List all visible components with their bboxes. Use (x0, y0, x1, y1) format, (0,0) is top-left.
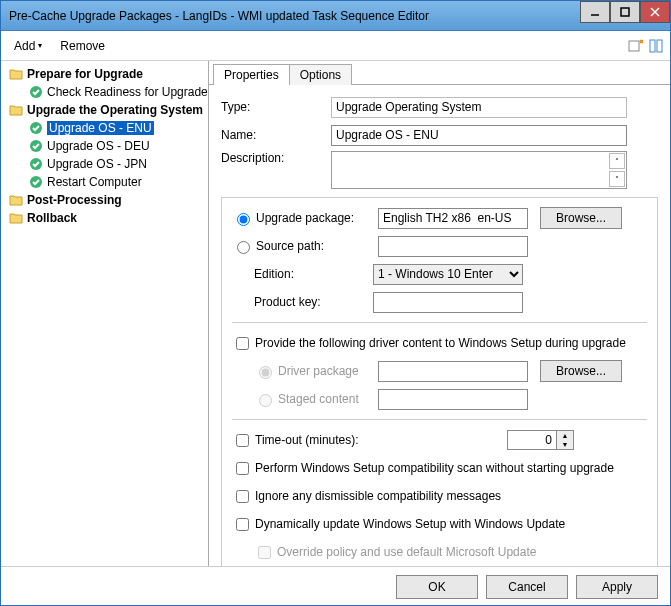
check-icon (29, 157, 43, 171)
svg-rect-5 (650, 40, 655, 52)
add-button[interactable]: Add ▾ (7, 35, 49, 57)
compat-scan-checkbox[interactable] (236, 462, 249, 475)
new-group-icon[interactable] (628, 38, 644, 54)
source-path-field (378, 236, 528, 257)
ignore-compat-label: Ignore any dismissible compatibility mes… (255, 489, 501, 503)
chevron-down-icon: ▾ (38, 41, 42, 50)
tab-bar: Properties Options (209, 61, 670, 85)
dynamic-update-checkbox[interactable] (236, 518, 249, 531)
window-title: Pre-Cache Upgrade Packages - LangIDs - W… (9, 9, 670, 23)
driver-content-label: Provide the following driver content to … (255, 336, 626, 350)
tree-label: Check Readiness for Upgrade (47, 85, 208, 99)
timeout-field[interactable] (507, 430, 557, 450)
tree-group-rollback[interactable]: Rollback (7, 209, 208, 227)
override-policy-checkbox (258, 546, 271, 559)
description-field[interactable]: ˄ ˅ (331, 151, 627, 189)
folder-icon (9, 193, 23, 207)
tree-label: Prepare for Upgrade (27, 67, 143, 81)
window-buttons (580, 1, 670, 23)
tree-label: Upgrade OS - JPN (47, 157, 147, 171)
source-path-label: Source path: (256, 239, 378, 253)
properties-tab-body: Type: Name: Description: ˄ ˅ Upgrade pac… (209, 85, 670, 566)
apply-button[interactable]: Apply (576, 575, 658, 599)
dialog-footer: OK Cancel Apply (1, 566, 670, 606)
browse-driver-button[interactable]: Browse... (540, 360, 622, 382)
chevron-up-icon[interactable]: ˄ (609, 153, 625, 169)
staged-content-radio (259, 394, 272, 407)
driver-package-radio (259, 366, 272, 379)
tree-item-restart[interactable]: Restart Computer (7, 173, 208, 191)
check-icon (29, 175, 43, 189)
tab-properties[interactable]: Properties (213, 64, 290, 85)
source-path-radio[interactable] (237, 241, 250, 254)
browse-upgrade-button[interactable]: Browse... (540, 207, 622, 229)
ignore-compat-checkbox[interactable] (236, 490, 249, 503)
svg-rect-4 (629, 41, 639, 51)
type-label: Type: (221, 100, 331, 114)
svg-rect-1 (621, 8, 629, 16)
check-icon (29, 139, 43, 153)
tree-group-post-processing[interactable]: Post-Processing (7, 191, 208, 209)
spin-down-icon[interactable]: ▼ (557, 440, 573, 449)
type-field (331, 97, 627, 118)
tree-label: Rollback (27, 211, 77, 225)
properties-icon[interactable] (648, 38, 664, 54)
product-key-label: Product key: (232, 295, 373, 309)
svg-rect-6 (657, 40, 662, 52)
tree-group-upgrade-os[interactable]: Upgrade the Operating System (7, 101, 208, 119)
folder-icon (9, 211, 23, 225)
minimize-button[interactable] (580, 1, 610, 23)
folder-icon (9, 67, 23, 81)
toolbar: Add ▾ Remove (1, 31, 670, 61)
upgrade-package-label: Upgrade package: (256, 211, 378, 225)
tree-item-upgrade-deu[interactable]: Upgrade OS - DEU (7, 137, 208, 155)
close-button[interactable] (640, 1, 670, 23)
content-area: Prepare for Upgrade Check Readiness for … (1, 61, 670, 566)
description-label: Description: (221, 151, 331, 165)
remove-button[interactable]: Remove (53, 35, 112, 57)
maximize-button[interactable] (610, 1, 640, 23)
tree-item-upgrade-enu[interactable]: Upgrade OS - ENU (7, 119, 208, 137)
driver-package-field (378, 361, 528, 382)
tree-label: Post-Processing (27, 193, 122, 207)
driver-content-checkbox[interactable] (236, 337, 249, 350)
product-key-field[interactable] (373, 292, 523, 313)
ok-button[interactable]: OK (396, 575, 478, 599)
edition-select[interactable]: 1 - Windows 10 Enter (373, 264, 523, 285)
cancel-button[interactable]: Cancel (486, 575, 568, 599)
task-tree[interactable]: Prepare for Upgrade Check Readiness for … (1, 61, 209, 566)
staged-content-label: Staged content (278, 392, 378, 406)
override-policy-label: Override policy and use default Microsof… (277, 545, 536, 559)
tree-label: Upgrade OS - ENU (47, 121, 154, 135)
upgrade-group: Upgrade package: Browse... Source path: … (221, 197, 658, 566)
name-field[interactable] (331, 125, 627, 146)
compat-scan-label: Perform Windows Setup compatibility scan… (255, 461, 614, 475)
tree-group-prepare[interactable]: Prepare for Upgrade (7, 65, 208, 83)
tree-item-check-readiness[interactable]: Check Readiness for Upgrade (7, 83, 208, 101)
chevron-down-icon[interactable]: ˅ (609, 171, 625, 187)
tree-item-upgrade-jpn[interactable]: Upgrade OS - JPN (7, 155, 208, 173)
timeout-checkbox[interactable] (236, 434, 249, 447)
tree-label: Restart Computer (47, 175, 142, 189)
staged-content-field (378, 389, 528, 410)
edition-label: Edition: (232, 267, 373, 281)
upgrade-package-field (378, 208, 528, 229)
tree-label: Upgrade OS - DEU (47, 139, 150, 153)
spin-up-icon[interactable]: ▲ (557, 431, 573, 440)
right-panel: Properties Options Type: Name: Descripti… (209, 61, 670, 566)
check-icon (29, 121, 43, 135)
name-label: Name: (221, 128, 331, 142)
upgrade-package-radio[interactable] (237, 213, 250, 226)
tab-options[interactable]: Options (289, 64, 352, 85)
folder-icon (9, 103, 23, 117)
title-bar: Pre-Cache Upgrade Packages - LangIDs - W… (1, 1, 670, 31)
dynamic-update-label: Dynamically update Windows Setup with Wi… (255, 517, 565, 531)
tree-label: Upgrade the Operating System (27, 103, 203, 117)
timeout-spinner[interactable]: ▲▼ (507, 430, 574, 450)
timeout-label: Time-out (minutes): (255, 433, 507, 447)
check-icon (29, 85, 43, 99)
driver-package-label: Driver package (278, 364, 378, 378)
